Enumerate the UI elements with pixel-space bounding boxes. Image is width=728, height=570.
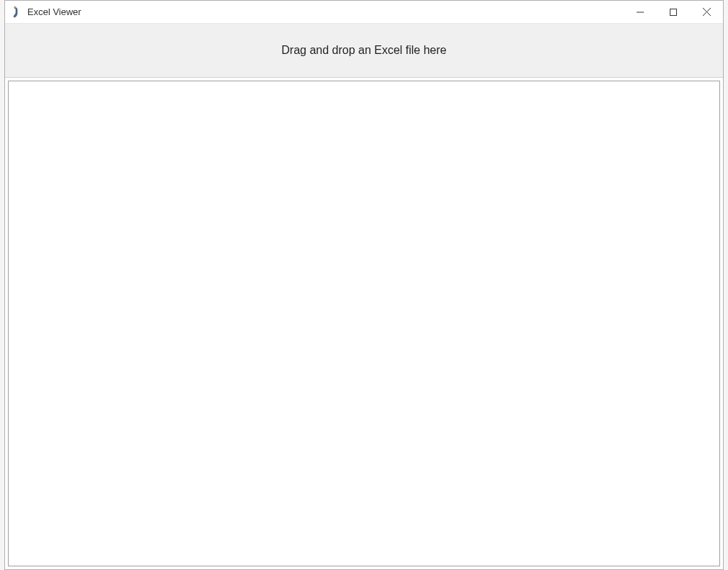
content-area: [8, 81, 720, 566]
file-dropzone[interactable]: Drag and drop an Excel file here: [5, 24, 723, 78]
window-title: Excel Viewer: [27, 6, 81, 17]
app-icon: [11, 6, 22, 18]
svg-point-0: [14, 6, 17, 8]
dropzone-message: Drag and drop an Excel file here: [281, 44, 446, 57]
minimize-button[interactable]: [624, 1, 657, 23]
application-window: Excel Viewer Drag and drop an Exce: [4, 0, 724, 570]
svg-rect-2: [670, 9, 677, 15]
close-button[interactable]: [690, 1, 723, 23]
window-controls: [624, 1, 723, 23]
maximize-button[interactable]: [657, 1, 690, 23]
titlebar[interactable]: Excel Viewer: [5, 1, 723, 24]
